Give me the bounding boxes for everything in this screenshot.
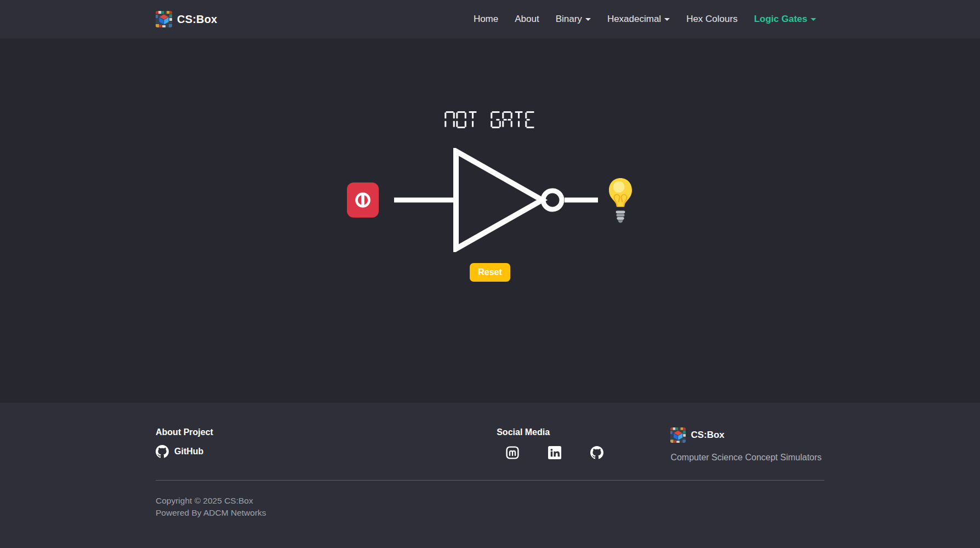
nav-item-hexadecimal[interactable]: Hexadecimal [599, 9, 678, 29]
github-social-link[interactable] [590, 446, 603, 459]
footer-divider [156, 480, 824, 481]
linkedin-icon [548, 446, 561, 459]
brand-tagline: Computer Science Concept Simulators [670, 453, 824, 463]
gate-diagram [347, 148, 634, 252]
mastodon-link[interactable] [506, 446, 519, 459]
nav-item-binary[interactable]: Binary [548, 9, 599, 29]
csbox-logo-icon [156, 11, 172, 27]
copyright-text: Copyright © 2025 CS:Box [156, 495, 824, 507]
navbar: CS:Box HomeAboutBinaryHexadecimalHex Col… [0, 0, 980, 38]
brand-name: CS:Box [177, 13, 217, 26]
social-media-heading: Social Media [497, 427, 670, 437]
nav-item-label: Hex Colours [686, 14, 738, 25]
footer-about-column: About Project GitHub [156, 427, 497, 460]
footer-brand-name: CS:Box [691, 430, 724, 441]
nav-item-label: About [515, 14, 539, 25]
nav-item-hex-colours[interactable]: Hex Colours [678, 9, 746, 29]
github-icon [590, 446, 603, 459]
powered-by-text: Powered By ADCM Networks [156, 507, 824, 519]
reset-button[interactable]: Reset [470, 263, 510, 282]
nav-item-label: Hexadecimal [607, 14, 661, 25]
chevron-down-icon [664, 18, 670, 21]
footer-brand-column: CS:Box Computer Science Concept Simulato… [670, 427, 824, 463]
chevron-down-icon [811, 18, 816, 21]
input-toggle-button[interactable] [347, 182, 379, 218]
brand-link[interactable]: CS:Box [156, 11, 217, 27]
nav-item-about[interactable]: About [506, 9, 547, 29]
chevron-down-icon [585, 18, 591, 21]
simulator-title [444, 111, 536, 128]
page: CS:Box HomeAboutBinaryHexadecimalHex Col… [0, 0, 980, 548]
github-project-link[interactable]: GitHub [156, 445, 203, 458]
mastodon-icon [506, 446, 519, 459]
nav-item-logic-gates[interactable]: Logic Gates [746, 9, 824, 29]
github-icon [156, 445, 169, 458]
footer-social-column: Social Media [497, 427, 670, 459]
output-bulb-icon [607, 177, 634, 223]
nav-item-label: Home [474, 14, 498, 25]
power-off-icon [352, 189, 374, 211]
nav-item-home[interactable]: Home [465, 9, 506, 29]
linkedin-link[interactable] [548, 446, 561, 459]
csbox-logo-icon [670, 427, 686, 443]
footer: About Project GitHub Social Media [0, 403, 980, 548]
not-gate-symbol [394, 148, 598, 252]
nav-item-label: Logic Gates [754, 14, 807, 25]
simulator-page: Reset [0, 38, 980, 403]
about-project-heading: About Project [156, 427, 497, 437]
github-link-label: GitHub [174, 447, 203, 456]
navbar-menu: HomeAboutBinaryHexadecimalHex ColoursLog… [465, 9, 824, 29]
nav-item-label: Binary [556, 14, 582, 25]
